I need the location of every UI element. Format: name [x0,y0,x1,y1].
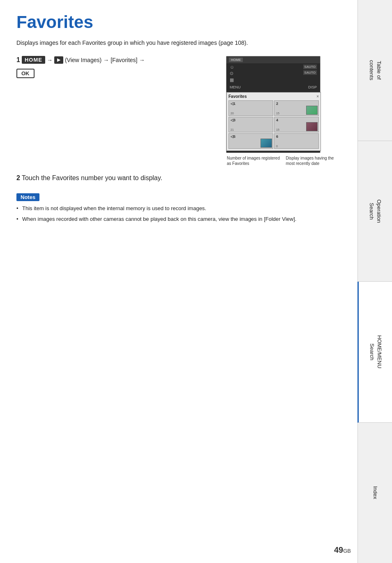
note-item-1: This item is not displayed when the inte… [16,204,341,213]
annotation-right: Display images having the most recently … [286,155,340,166]
fav-cell-4-thumb [306,122,318,131]
cam-labels-right: SAUTO SAUTO [303,65,317,83]
favorites-popup: Favorites × ◁1 20 2 15 [226,92,321,151]
cam-video-icon: ▦ [230,77,234,83]
sidebar-tab-table-of-contents[interactable]: Table ofcontents [357,0,392,141]
sidebar-tab-home-menu-search[interactable]: HOME/MENUSearch [357,282,392,423]
step1-line: 1 HOME → ▶ (View Images) → [Favorites] → [16,56,218,64]
sidebar-tab-index-label: Index [371,486,378,499]
step1-number: 1 [16,56,20,64]
view-images-text: (View Images) [65,57,101,63]
note-item-2: When images recorded with other cameras … [16,215,341,223]
notes-section: Notes This item is not displayed when th… [16,193,341,223]
fav-popup-header: Favorites × [228,94,319,99]
page-description: Displays images for each Favorites group… [16,39,341,46]
cam-menu-label: MENU [230,85,241,89]
cam-smile-icon: ☺ [230,65,234,70]
arrow3-icon: → [139,57,145,63]
fav-cell-1-count: 20 [231,112,234,115]
camera-ui-panel: HOME ☺ ⊙ ▦ SAUTO SAUTO MENU [226,56,341,166]
step2-number: 2 [16,174,20,182]
step2-section: 2 Touch the Favorites number you want to… [16,174,341,182]
play-icon: ▶ [54,56,63,64]
fav-cell-3[interactable]: ◁3 21 [228,117,273,132]
annotation-left: Number of images registered as Favorites [227,155,281,166]
cam-sauto-label2: SAUTO [303,70,317,75]
step1-section: 1 HOME → ▶ (View Images) → [Favorites] →… [16,56,341,166]
fav-cell-2[interactable]: 2 15 [274,100,319,116]
fav-cell-4-count: 15 [276,128,279,131]
fav-cell-5[interactable]: ◁5 [228,133,273,149]
arrow1-icon: → [47,57,53,63]
camera-top-bar: HOME [226,56,320,63]
notes-label: Notes [16,193,39,201]
page-num-value: 49 [334,545,343,554]
fav-cell-1-num: ◁1 [231,102,235,106]
camera-screen: HOME ☺ ⊙ ▦ SAUTO SAUTO MENU [226,56,321,153]
fav-cell-5-num: ◁5 [231,134,235,139]
fav-cell-2-count: 15 [276,112,279,115]
fav-grid: ◁1 20 2 15 ◁3 21 [228,100,319,149]
sidebar-tab-op-label: OperationSearch [367,199,382,223]
fav-annotations: Number of images registered as Favorites… [226,155,341,166]
fav-cell-2-num: 2 [276,102,278,106]
ok-button-wrapper: OK [16,66,218,78]
sidebar-tab-hm-label: HOME/MENUSearch [368,335,383,368]
favorites-label: [Favorites] [111,57,137,63]
home-button-icon: HOME [22,56,45,64]
fav-popup-close-icon[interactable]: × [316,94,319,99]
fav-cell-3-count: 21 [231,128,234,131]
fav-cell-1[interactable]: ◁1 20 [228,100,273,116]
fav-popup-title: Favorites [228,94,247,99]
ok-button: OK [16,69,35,78]
fav-cell-4-num: 4 [276,118,278,122]
step2-instruction: Touch the Favorites number you want to d… [22,174,341,182]
page-num-suffix: GB [343,548,351,554]
fav-cell-6-count: 0 [276,145,278,148]
cam-disp-label: DISP [308,85,317,89]
fav-cell-2-thumb [306,106,318,115]
fav-cell-6[interactable]: 6 0 [274,133,319,149]
arrow2-icon: → [103,57,109,63]
fav-cell-5-thumb [261,139,272,148]
main-content: Favorites Displays images for each Favor… [0,0,357,242]
right-sidebar: Table ofcontents OperationSearch HOME/ME… [357,0,392,563]
cam-scene-icon: ⊙ [230,71,234,76]
sidebar-tab-toc-label: Table ofcontents [367,60,382,80]
cam-sauto-label1: SAUTO [303,65,317,69]
page-number: 49GB [334,545,351,555]
fav-cell-6-num: 6 [276,134,278,139]
fav-cell-4[interactable]: 4 15 [274,117,319,132]
sidebar-tab-operation-search[interactable]: OperationSearch [357,141,392,282]
fav-cell-3-num: ◁3 [231,118,235,122]
sidebar-tab-index[interactable]: Index [357,423,392,563]
cam-home-btn: HOME [229,58,243,62]
page-title: Favorites [16,12,341,32]
cam-icons-left: ☺ ⊙ ▦ [230,65,234,83]
step1-left: 1 HOME → ▶ (View Images) → [Favorites] →… [16,56,218,78]
